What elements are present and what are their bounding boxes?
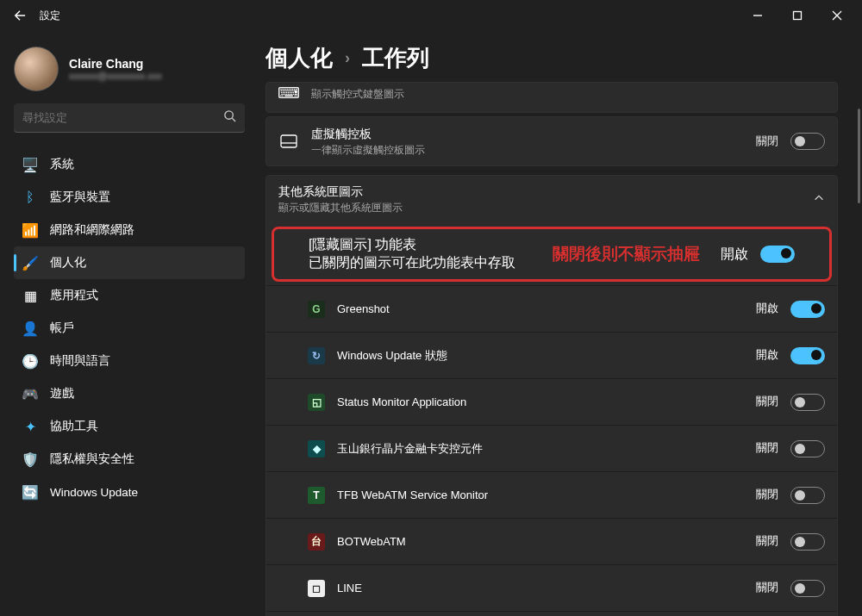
nav-item-7[interactable]: 🎮遊戲	[14, 377, 245, 410]
titlebar: 設定	[0, 0, 862, 31]
user-email: xxxxxx@xxxxxxxx.xxx	[69, 71, 162, 81]
window-title: 設定	[40, 9, 738, 23]
nav-item-0[interactable]: 🖥️系統	[14, 148, 245, 181]
toggle-switch[interactable]	[790, 533, 825, 551]
nav-item-9[interactable]: 🛡️隱私權與安全性	[14, 443, 245, 476]
nav-icon: 🛡️	[22, 451, 38, 467]
app-icon: G	[308, 301, 325, 318]
nav-label: Windows Update	[50, 486, 138, 499]
main-content: 個人化 › 工作列 ⌨ 顯示觸控式鍵盤圖示 虛擬觸控板 一律	[250, 31, 862, 616]
toggle-state: 關閉	[756, 488, 778, 502]
nav-label: 隱私權與安全性	[50, 451, 134, 467]
app-icon: 台	[308, 533, 325, 551]
toggle-virtual-touchpad[interactable]	[790, 133, 825, 150]
nav-item-8[interactable]: ✦協助工具	[14, 410, 245, 443]
nav-icon: 🎮	[22, 386, 38, 401]
svg-line-3	[232, 118, 235, 121]
nav-item-3[interactable]: 🖌️個人化	[14, 246, 245, 279]
tray-item-row[interactable]: TTFB WebATM Service Monitor關閉	[266, 471, 837, 518]
tray-item-row[interactable]: 台BOTWebATM關閉	[266, 518, 837, 564]
nav-label: 帳戶	[50, 320, 74, 336]
hidden-icons-menu-row[interactable]: [隱藏圖示] 功能表 已關閉的圖示可在此功能表中存取 關閉後則不顯示抽屜 開啟	[272, 227, 832, 282]
chevron-up-icon	[813, 192, 825, 208]
toggle-state: 關閉	[756, 441, 778, 456]
nav-label: 系統	[50, 157, 74, 172]
nav-item-2[interactable]: 📶網路和網際網路	[14, 214, 245, 246]
app-icon: ◆	[308, 440, 325, 457]
nav-item-10[interactable]: 🔄Windows Update	[14, 476, 245, 508]
breadcrumb: 個人化 › 工作列	[265, 43, 838, 73]
nav-icon: ▦	[22, 288, 38, 303]
nav-label: 時間與語言	[50, 353, 110, 369]
virtual-touchpad-row[interactable]: 虛擬觸控板 一律顯示虛擬觸控板圖示 關閉	[265, 116, 838, 166]
nav-icon: 👤	[22, 320, 38, 336]
nav-item-1[interactable]: ᛒ藍牙與裝置	[14, 181, 245, 214]
svg-point-2	[225, 111, 233, 119]
nav-item-4[interactable]: ▦應用程式	[14, 279, 245, 312]
toggle-switch[interactable]	[790, 580, 825, 597]
tray-item-row[interactable]: GGreenshot開啟	[266, 285, 837, 332]
app-icon: ◱	[308, 394, 325, 411]
nav-label: 遊戲	[50, 386, 74, 401]
app-icon: ◻	[308, 580, 325, 597]
nav-label: 藍牙與裝置	[50, 190, 110, 205]
nav-icon: 📶	[22, 222, 38, 238]
profile[interactable]: Claire Chang xxxxxx@xxxxxxxx.xxx	[14, 47, 245, 91]
tray-item-label: 玉山銀行晶片金融卡安控元件	[337, 441, 744, 457]
group-header[interactable]: 其他系統匣圖示 顯示或隱藏其他系統匣圖示	[266, 176, 837, 223]
nav-label: 網路和網際網路	[50, 222, 134, 238]
toggle-switch[interactable]	[790, 347, 825, 364]
close-button[interactable]	[817, 0, 857, 31]
svg-rect-1	[794, 12, 802, 20]
toggle-state: 關閉	[756, 581, 778, 595]
nav-icon: 🕒	[22, 353, 38, 369]
tray-item-label: Status Monitor Application	[337, 395, 744, 408]
breadcrumb-current: 工作列	[362, 43, 429, 73]
tray-item-label: Greenshot	[337, 302, 744, 315]
nav-label: 個人化	[50, 255, 86, 271]
svg-rect-4	[281, 135, 297, 147]
tray-item-row[interactable]: ◆玉山銀行晶片金融卡安控元件關閉	[266, 425, 837, 471]
tray-item-row[interactable]: ↻Windows Update 狀態開啟	[266, 332, 837, 378]
nav-item-6[interactable]: 🕒時間與語言	[14, 345, 245, 377]
toggle-hidden-icons-menu[interactable]	[760, 246, 795, 263]
touch-keyboard-row-partial[interactable]: ⌨ 顯示觸控式鍵盤圖示	[265, 82, 838, 113]
chevron-right-icon: ›	[345, 49, 350, 67]
nav-icon: 🔄	[22, 484, 38, 500]
keyboard-icon: ⌨	[278, 83, 299, 103]
nav-icon: ᛒ	[22, 190, 38, 205]
breadcrumb-parent[interactable]: 個人化	[265, 43, 333, 73]
scrollbar[interactable]	[858, 109, 860, 203]
app-icon: T	[308, 487, 325, 504]
tray-item-label: Windows Update 狀態	[337, 348, 744, 364]
tray-item-row[interactable]: ◱Status Monitor Application關閉	[266, 378, 837, 425]
other-tray-icons-group: 其他系統匣圖示 顯示或隱藏其他系統匣圖示 [隱藏圖示] 功能表 已關閉的圖示可在…	[265, 175, 838, 616]
search-box[interactable]	[14, 103, 245, 133]
toggle-switch[interactable]	[790, 487, 825, 504]
nav-icon: 🖌️	[22, 255, 38, 271]
maximize-button[interactable]	[778, 0, 817, 31]
toggle-switch[interactable]	[790, 301, 825, 318]
tray-item-label: LINE	[337, 582, 744, 594]
minimize-button[interactable]	[738, 0, 778, 31]
nav-icon: ✦	[22, 419, 38, 434]
search-input[interactable]	[22, 111, 223, 124]
touchpad-icon	[278, 131, 299, 152]
toggle-state: 開啟	[756, 348, 778, 363]
tray-item-row[interactable]: ◱Status Monitor Application關閉	[266, 611, 837, 616]
toggle-state: 開啟	[756, 302, 778, 316]
user-name: Claire Chang	[69, 57, 162, 71]
search-icon	[223, 109, 236, 126]
nav-icon: 🖥️	[22, 157, 38, 172]
avatar	[14, 47, 59, 91]
toggle-switch[interactable]	[790, 394, 825, 411]
tray-item-label: TFB WebATM Service Monitor	[337, 488, 744, 501]
tray-item-label: BOTWebATM	[337, 535, 744, 548]
toggle-switch[interactable]	[790, 440, 825, 457]
toggle-state: 關閉	[756, 395, 778, 409]
toggle-state: 關閉	[756, 534, 778, 549]
sidebar: Claire Chang xxxxxx@xxxxxxxx.xxx 🖥️系統ᛒ藍牙…	[0, 31, 250, 616]
back-button[interactable]	[5, 1, 34, 30]
nav-item-5[interactable]: 👤帳戶	[14, 312, 245, 345]
tray-item-row[interactable]: ◻LINE關閉	[266, 564, 837, 611]
